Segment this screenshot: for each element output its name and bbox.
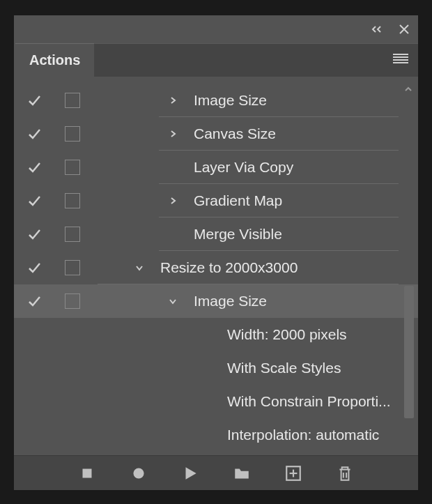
action-row[interactable]: Layer Via Copy [14, 151, 418, 184]
action-label: Gradient Map [194, 192, 418, 209]
action-row[interactable]: With Scale Styles [14, 351, 418, 385]
dialog-toggle-box[interactable] [65, 293, 80, 309]
expand-column [91, 196, 181, 206]
collapse-panel-icon[interactable] [371, 25, 385, 33]
action-row[interactable]: Image Size [14, 84, 418, 117]
chevron-down-icon[interactable] [131, 263, 148, 273]
dialog-toggle-column[interactable] [54, 93, 91, 108]
action-label: Canvas Size [194, 125, 418, 142]
scroll-up-icon[interactable] [403, 84, 414, 95]
enable-column[interactable] [14, 293, 54, 309]
scrollbar-thumb[interactable] [404, 286, 414, 418]
close-icon[interactable] [399, 24, 410, 35]
chevron-right-icon[interactable] [164, 196, 181, 206]
action-row[interactable]: Image Size [14, 284, 418, 318]
panel-menu-icon[interactable] [393, 54, 408, 66]
enable-column[interactable] [14, 227, 54, 242]
action-label: Resize to 2000x3000 [160, 259, 418, 276]
checkmark-icon [26, 293, 42, 309]
enable-column[interactable] [14, 160, 54, 175]
expand-column [91, 296, 181, 306]
checkmark-icon [26, 227, 42, 242]
dialog-toggle-column[interactable] [54, 260, 91, 275]
dialog-toggle-box[interactable] [65, 193, 80, 208]
folder-button[interactable] [233, 464, 251, 482]
expand-column [91, 96, 181, 105]
action-label: Width: 2000 pixels [227, 326, 418, 343]
play-button[interactable] [181, 464, 199, 482]
dialog-toggle-column[interactable] [54, 160, 91, 175]
action-label: Merge Visible [194, 226, 418, 243]
panel-header [14, 15, 418, 43]
expand-column [91, 129, 181, 139]
action-row[interactable]: Merge Visible [14, 217, 418, 251]
checkmark-icon [26, 260, 42, 275]
action-label: With Constrain Proporti... [227, 393, 418, 410]
dialog-toggle-column[interactable] [54, 227, 91, 242]
dialog-toggle-column[interactable] [54, 293, 91, 309]
tab-bar-space [95, 43, 418, 77]
enable-column[interactable] [14, 193, 54, 208]
svg-point-5 [133, 468, 144, 478]
dialog-toggle-box[interactable] [65, 160, 80, 175]
svg-rect-4 [83, 468, 92, 478]
expand-column [91, 263, 148, 273]
action-row[interactable]: Width: 2000 pixels [14, 318, 418, 351]
action-label: Image Size [194, 293, 418, 310]
dialog-toggle-column[interactable] [54, 193, 91, 208]
scrollbar [401, 84, 415, 455]
panel-footer [14, 455, 418, 490]
actions-list-area: Image SizeCanvas SizeLayer Via CopyGradi… [14, 77, 418, 455]
dialog-toggle-box[interactable] [65, 93, 80, 108]
action-label: Image Size [194, 92, 418, 109]
chevron-right-icon[interactable] [164, 96, 181, 105]
action-label: With Scale Styles [227, 360, 418, 376]
checkmark-icon [26, 160, 42, 175]
actions-panel: Actions Image SizeCanvas SizeLayer Via C… [14, 15, 418, 490]
tab-label: Actions [29, 52, 80, 68]
enable-column[interactable] [14, 260, 54, 275]
dialog-toggle-box[interactable] [65, 260, 80, 275]
checkmark-icon [26, 93, 42, 108]
checkmark-icon [26, 193, 42, 208]
enable-column[interactable] [14, 93, 54, 108]
delete-button[interactable] [336, 464, 354, 482]
action-row[interactable]: Canvas Size [14, 117, 418, 151]
action-row[interactable]: Resize to 2000x3000 [14, 251, 418, 284]
chevron-down-icon[interactable] [164, 296, 181, 306]
action-label: Layer Via Copy [194, 159, 418, 176]
stop-button[interactable] [78, 464, 96, 482]
action-row[interactable]: With Constrain Proporti... [14, 385, 418, 418]
action-row[interactable]: Gradient Map [14, 184, 418, 217]
tab-actions[interactable]: Actions [15, 43, 95, 77]
dialog-toggle-column[interactable] [54, 126, 91, 142]
checkmark-icon [26, 126, 42, 142]
dialog-toggle-box[interactable] [65, 227, 80, 242]
record-button[interactable] [130, 464, 148, 482]
enable-column[interactable] [14, 126, 54, 142]
action-row[interactable]: Interpolation: automatic [14, 418, 418, 452]
tab-bar: Actions [14, 43, 418, 77]
new-action-button[interactable] [284, 464, 302, 482]
dialog-toggle-box[interactable] [65, 126, 80, 142]
chevron-right-icon[interactable] [164, 129, 181, 139]
action-label: Interpolation: automatic [227, 427, 418, 443]
